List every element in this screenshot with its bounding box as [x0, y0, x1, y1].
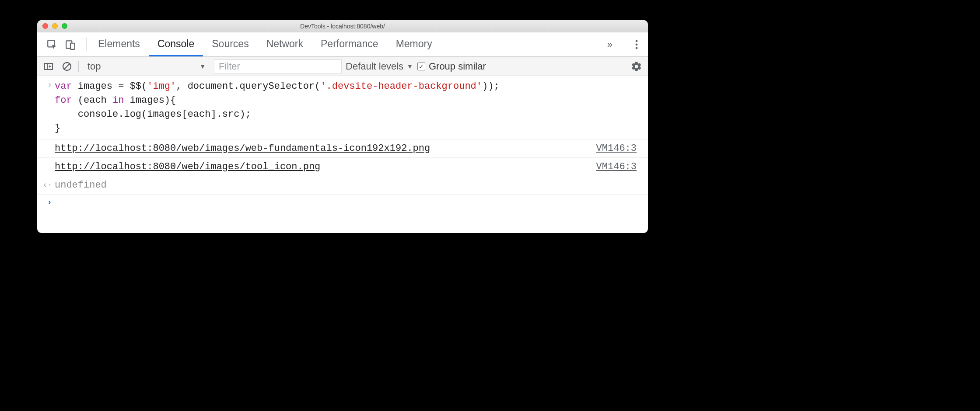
execution-context-select[interactable]: top ▼ — [83, 60, 210, 73]
tab-performance[interactable]: Performance — [312, 32, 387, 56]
message-source-link[interactable]: VM146:3 — [596, 161, 644, 172]
tab-sources[interactable]: Sources — [203, 32, 257, 56]
more-options-icon[interactable] — [630, 38, 644, 52]
close-window-button[interactable] — [42, 23, 48, 29]
return-value-text: undefined — [55, 180, 644, 191]
group-similar-toggle[interactable]: ✓ Group similar — [417, 61, 486, 72]
svg-rect-2 — [70, 43, 75, 49]
toggle-console-sidebar-icon[interactable] — [42, 59, 56, 73]
window-titlebar: DevTools - localhost:8080/web/ — [37, 20, 648, 32]
zoom-window-button[interactable] — [62, 23, 67, 29]
group-similar-label: Group similar — [429, 61, 486, 72]
svg-point-4 — [636, 43, 638, 45]
minimize-window-button[interactable] — [52, 23, 58, 29]
console-prompt-input[interactable] — [55, 198, 644, 214]
logged-url-link[interactable]: http://localhost:8080/web/images/web-fun… — [55, 143, 430, 154]
traffic-lights — [37, 23, 67, 29]
device-toolbar-icon[interactable] — [63, 38, 77, 52]
svg-marker-8 — [49, 65, 51, 68]
console-prompt-row: › — [37, 195, 648, 218]
input-chevron-icon: › — [47, 80, 52, 89]
execution-context-label: top — [88, 61, 101, 72]
window-title: DevTools - localhost:8080/web/ — [37, 23, 648, 30]
panel-tabs: Elements Console Sources Network Perform… — [89, 32, 441, 56]
dropdown-icon: ▼ — [407, 63, 413, 70]
output-chevron-icon: ‹· — [42, 181, 52, 189]
console-filter-input[interactable] — [214, 60, 341, 73]
devtools-window: DevTools - localhost:8080/web/ — [37, 20, 648, 233]
tab-elements[interactable]: Elements — [89, 32, 149, 56]
log-levels-select[interactable]: Default levels ▼ — [346, 61, 413, 72]
svg-point-5 — [636, 47, 638, 49]
log-levels-label: Default levels — [346, 61, 403, 72]
message-source-link[interactable]: VM146:3 — [596, 143, 644, 154]
devtools-tabstrip: Elements Console Sources Network Perform… — [37, 32, 648, 57]
tabs-overflow-button[interactable]: » — [601, 39, 619, 50]
console-return-value: ‹· undefined — [37, 176, 648, 195]
console-log-message: http://localhost:8080/web/images/web-fun… — [37, 139, 648, 158]
tab-console[interactable]: Console — [149, 32, 203, 56]
console-toolbar: top ▼ Default levels ▼ ✓ Group similar — [37, 57, 648, 76]
prompt-chevron-icon: › — [47, 197, 52, 207]
svg-line-10 — [64, 64, 70, 69]
clear-console-icon[interactable] — [60, 59, 74, 73]
dropdown-icon: ▼ — [200, 63, 206, 70]
checkbox-checked-icon: ✓ — [417, 63, 425, 70]
console-input-echo: › var images = $$('img', document.queryS… — [37, 76, 648, 139]
separator — [86, 38, 87, 51]
tab-memory[interactable]: Memory — [387, 32, 441, 56]
separator — [78, 61, 79, 72]
inspect-element-icon[interactable] — [45, 38, 59, 52]
console-settings-icon[interactable] — [630, 59, 644, 73]
tab-network[interactable]: Network — [258, 32, 312, 56]
console-log-message: http://localhost:8080/web/images/tool_ic… — [37, 158, 648, 176]
svg-point-3 — [636, 40, 638, 42]
logged-url-link[interactable]: http://localhost:8080/web/images/tool_ic… — [55, 161, 320, 172]
svg-rect-6 — [45, 63, 52, 70]
console-output: › var images = $$('img', document.queryS… — [37, 76, 648, 218]
